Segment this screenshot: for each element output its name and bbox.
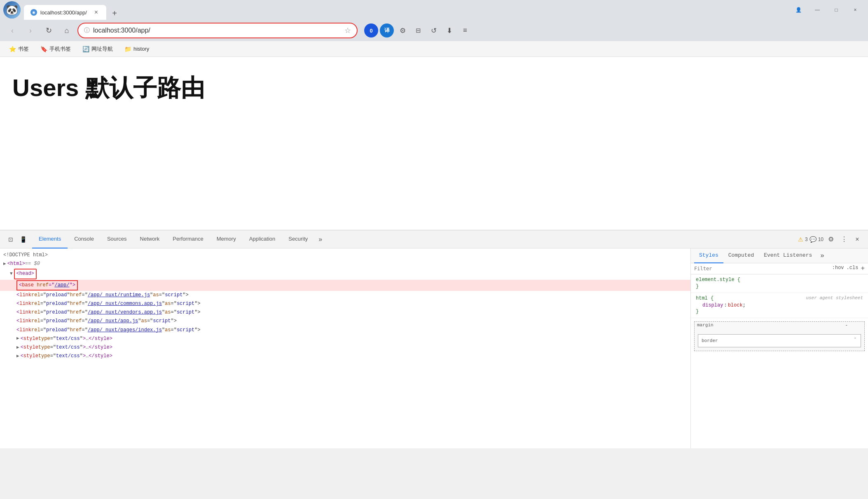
address-bar-row: ‹ › ↻ ⌂ ⓘ localhost:3000/app/ ☆ 0 译 ⚙ bbox=[0, 20, 868, 41]
info-count: 10 bbox=[818, 237, 824, 242]
styles-tab-more[interactable]: » bbox=[817, 252, 828, 260]
media-icon[interactable]: ⊟ bbox=[411, 23, 425, 37]
bookmark-label-1: 手机书签 bbox=[49, 45, 71, 53]
browser-tab-active[interactable]: localhost:3000/app/ × bbox=[24, 5, 106, 20]
bookmark-label-0: 书签 bbox=[18, 45, 29, 53]
refresh-button[interactable]: ↻ bbox=[41, 23, 56, 38]
styles-panel: Styles Computed Event Listeners » :hov .… bbox=[691, 248, 868, 448]
html-line: ▶ <style type="text/css">…</style> bbox=[0, 352, 690, 361]
tab-favicon bbox=[30, 9, 37, 16]
devtools-more-button[interactable]: ⋮ bbox=[838, 234, 850, 245]
address-bar-right-icons: ☆ bbox=[344, 26, 351, 35]
prop-value: block bbox=[728, 302, 743, 308]
html-line: <link rel="preload" href="/app/_nuxt/app… bbox=[0, 317, 690, 326]
home-button[interactable]: ⌂ bbox=[59, 23, 74, 38]
menu-icon[interactable]: ≡ bbox=[458, 23, 472, 37]
border-label: border bbox=[702, 338, 718, 343]
toolbar-icons: 0 译 ⚙ ⊟ ↺ ⬇ ≡ bbox=[364, 23, 472, 37]
border-value: - bbox=[854, 335, 856, 340]
window-controls: 👤 — □ × bbox=[789, 2, 865, 17]
minimize-button[interactable]: — bbox=[808, 2, 827, 17]
html-line: ▶ <style type="text/css">…</style> bbox=[0, 343, 690, 352]
browser-avatar bbox=[3, 1, 21, 19]
bookmarks-bar: ⭐ 书签 🔖 手机书签 🔄 网址导航 📁 history bbox=[0, 41, 868, 57]
prop-name: display bbox=[702, 302, 723, 308]
tab-close-button[interactable]: × bbox=[93, 8, 100, 17]
bookmark-star-icon[interactable]: ☆ bbox=[344, 26, 351, 35]
devtools-body: <!DOCTYPE html> ▶ <html> == $0 ▼ <head> bbox=[0, 248, 868, 448]
extension-icon[interactable]: ⚙ bbox=[395, 23, 409, 37]
devtools-close-button[interactable]: × bbox=[852, 234, 863, 245]
devtools-settings-button[interactable]: ⚙ bbox=[825, 234, 837, 245]
device-toolbar-icon[interactable]: 📱 bbox=[17, 234, 29, 245]
warnings-area: ⚠ 3 💬 10 bbox=[798, 236, 824, 243]
bookmark-item-2[interactable]: 🔄 网址导航 bbox=[80, 44, 115, 54]
bookmark-item-1[interactable]: 🔖 手机书签 bbox=[38, 44, 73, 54]
download-icon[interactable]: ⬇ bbox=[442, 23, 456, 37]
styles-tab-computed[interactable]: Computed bbox=[723, 248, 759, 263]
filter-hov[interactable]: :hov bbox=[832, 265, 844, 272]
html-line: ▶ <style type="text/css">…</style> bbox=[0, 335, 690, 343]
devtools-left-icons: ⊡ 📱 bbox=[2, 234, 32, 245]
tab-application[interactable]: Application bbox=[243, 230, 282, 248]
html-line: <link rel="preload" href="/app/_nuxt/com… bbox=[0, 300, 690, 308]
box-model-section: margin - border - bbox=[691, 318, 868, 354]
styles-tab-event-listeners[interactable]: Event Listeners bbox=[759, 248, 817, 263]
box-model-inner: border - bbox=[698, 334, 861, 347]
elements-panel: <!DOCTYPE html> ▶ <html> == $0 ▼ <head> bbox=[0, 248, 691, 448]
html-line: <link rel="preload" href="/app/_nuxt/ven… bbox=[0, 308, 690, 317]
html-line-base: <base href="/app/"> bbox=[0, 280, 690, 291]
style-rule-html: html { user agent stylesheet display : b… bbox=[691, 293, 868, 318]
new-tab-button[interactable]: + bbox=[108, 7, 121, 20]
page-heading: Users 默认子路由 bbox=[12, 73, 205, 102]
info-icon: 💬 bbox=[810, 236, 817, 243]
forward-button[interactable]: › bbox=[23, 23, 38, 38]
translate-icon[interactable]: 译 bbox=[380, 23, 394, 37]
style-source: user agent stylesheet bbox=[806, 295, 863, 300]
margin-value: - bbox=[845, 323, 848, 328]
tab-console[interactable]: Console bbox=[68, 230, 101, 248]
page-content: Users 默认子路由 bbox=[0, 57, 868, 230]
styles-filter-input[interactable] bbox=[694, 266, 832, 272]
filter-cls[interactable]: .cls bbox=[847, 265, 859, 272]
box-model-outer: margin - border - bbox=[694, 321, 865, 351]
tab-title: localhost:3000/app/ bbox=[40, 9, 89, 16]
bookmark-folder-icon: 📁 bbox=[124, 46, 131, 52]
bookmark-item-0[interactable]: ⭐ 书签 bbox=[7, 44, 31, 54]
html-line: <!DOCTYPE html> bbox=[0, 251, 690, 260]
styles-filter-row: :hov .cls + bbox=[691, 263, 868, 274]
tab-elements[interactable]: Elements bbox=[32, 230, 68, 248]
prop-colon: : bbox=[724, 302, 727, 308]
bookmark-label-2: 网址导航 bbox=[91, 45, 113, 53]
style-closing-html: } bbox=[696, 309, 863, 314]
style-prop-display: display : block ; bbox=[696, 302, 863, 309]
profile-icon[interactable]: 👤 bbox=[789, 2, 808, 17]
bookmark-item-3[interactable]: 📁 history bbox=[122, 45, 152, 54]
tab-memory[interactable]: Memory bbox=[210, 230, 243, 248]
tab-sources[interactable]: Sources bbox=[101, 230, 133, 248]
tab-performance[interactable]: Performance bbox=[166, 230, 210, 248]
bookmark-label-3: history bbox=[133, 46, 149, 52]
close-button[interactable]: × bbox=[846, 2, 865, 17]
warning-count: 3 bbox=[805, 237, 808, 242]
style-selector-html: html { user agent stylesheet bbox=[696, 295, 863, 301]
address-bar[interactable]: ⓘ localhost:3000/app/ ☆ bbox=[77, 23, 358, 38]
styles-tab-styles[interactable]: Styles bbox=[694, 248, 723, 263]
history-back-icon[interactable]: ↺ bbox=[427, 23, 441, 37]
filter-right-controls: :hov .cls + bbox=[832, 265, 865, 272]
bookmark-star-icon: ⭐ bbox=[9, 46, 16, 52]
style-selector: element.style { bbox=[696, 277, 863, 283]
bitwarden-icon[interactable]: 0 bbox=[364, 23, 378, 37]
bookmark-nav-icon: 🔄 bbox=[82, 46, 89, 52]
tab-network[interactable]: Network bbox=[133, 230, 166, 248]
style-rule-element: element.style { } bbox=[691, 274, 868, 293]
back-button[interactable]: ‹ bbox=[5, 23, 20, 38]
bookmark-phone-icon: 🔖 bbox=[40, 46, 47, 52]
inspect-element-icon[interactable]: ⊡ bbox=[5, 234, 16, 245]
tab-security[interactable]: Security bbox=[282, 230, 314, 248]
devtools-right-controls: ⚠ 3 💬 10 ⚙ ⋮ × bbox=[798, 234, 866, 245]
html-line: ▼ <head> bbox=[0, 268, 690, 279]
tab-more-button[interactable]: » bbox=[314, 230, 326, 248]
maximize-button[interactable]: □ bbox=[827, 2, 846, 17]
filter-plus[interactable]: + bbox=[861, 265, 865, 272]
